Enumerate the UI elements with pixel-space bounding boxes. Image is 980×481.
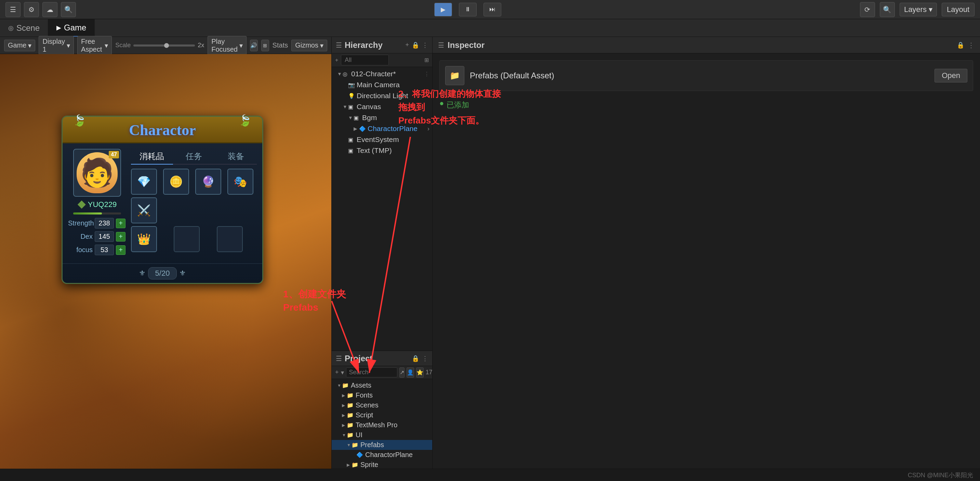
hierarchy-item-directional-light[interactable]: 💡 Directional Light xyxy=(332,90,432,101)
assets-label: Assets xyxy=(351,381,371,389)
game-view: Game ▾ Display 1 ▾ Free Aspect ▾ Scale 2… xyxy=(0,37,332,481)
menu-button[interactable]: ☰ xyxy=(5,2,21,17)
hierarchy-item-charactor-plane[interactable]: ▶ 🔷 CharactorPlane › xyxy=(332,123,432,134)
mute-button[interactable]: 🔊 xyxy=(250,40,258,51)
folder-sprite[interactable]: ▶ 📁 Sprite xyxy=(332,460,432,470)
folder-charactorplane[interactable]: 🔷 CharactorPlane xyxy=(332,450,432,460)
inspector-lock-icon[interactable]: 🔒 xyxy=(957,41,964,49)
hierarchy-plus-icon[interactable]: + xyxy=(405,41,409,49)
textmesh-expand-icon: ▶ xyxy=(342,423,347,428)
game-dropdown[interactable]: Game ▾ xyxy=(4,40,35,51)
item-slot-7[interactable] xyxy=(174,226,200,252)
aspect-dropdown[interactable]: Free Aspect ▾ xyxy=(77,36,112,55)
dex-label: Dex xyxy=(68,233,93,240)
charactor-plane-label: CharactorPlane xyxy=(368,124,417,133)
project-content: ▼ 📁 Assets ▶ 📁 Fonts ▶ 📁 Scenes xyxy=(332,379,432,481)
item-slot-6[interactable]: 👑 xyxy=(131,226,157,252)
hierarchy-search-input[interactable] xyxy=(341,55,389,65)
root-item-more-icon[interactable]: ⋮ xyxy=(424,71,430,77)
folder-script[interactable]: ▶ 📁 Script xyxy=(332,410,432,420)
item-slot-1[interactable]: 💎 xyxy=(131,169,157,195)
item-slot-3[interactable]: 🔮 xyxy=(195,169,221,195)
folder-fonts[interactable]: ▶ 📁 Fonts xyxy=(332,390,432,400)
folder-ui[interactable]: ▼ 📁 UI xyxy=(332,430,432,440)
game-tab-label: Game xyxy=(64,23,86,32)
folder-assets[interactable]: ▼ 📁 Assets xyxy=(332,381,432,390)
character-panel-footer: ⚜ 5/20 ⚜ xyxy=(62,263,262,283)
project-search-input[interactable] xyxy=(346,368,397,377)
hierarchy-item-text-tmp[interactable]: ▣ Text (TMP) xyxy=(332,145,432,156)
gizmos-dropdown[interactable]: Gizmos ▾ xyxy=(291,40,327,51)
open-button[interactable]: Open xyxy=(934,69,967,83)
scale-track[interactable] xyxy=(134,45,195,46)
inspector-more-icon[interactable]: ⋮ xyxy=(968,41,975,49)
item-tab-row: 消耗品 任务 装备 xyxy=(131,149,257,164)
item-slot-2[interactable]: 🪙 xyxy=(163,169,189,195)
top-bar-left: ☰ ⚙ ☁ 🔍 xyxy=(5,2,76,17)
project-dropdown-icon[interactable]: ▾ xyxy=(341,369,344,376)
added-dot-icon: ● xyxy=(439,99,444,108)
layers-chevron-icon: ▾ xyxy=(929,5,932,14)
stats-button[interactable]: Stats xyxy=(272,41,288,49)
tab-game[interactable]: ▶ Game xyxy=(48,19,95,37)
hierarchy-lock-icon[interactable]: 🔒 xyxy=(412,41,419,49)
hierarchy-item-canvas[interactable]: ▼ ▣ Canvas xyxy=(332,101,432,112)
root-expand-icon: ▼ xyxy=(337,71,343,76)
gizmos-chevron-icon: ▾ xyxy=(320,41,323,49)
focus-plus-button[interactable]: + xyxy=(116,245,126,255)
dex-row: Dex 145 + xyxy=(68,231,126,242)
search-button[interactable]: 🔍 xyxy=(61,2,76,17)
item-slot-8[interactable] xyxy=(217,226,243,252)
resolution-button[interactable]: ⊞ xyxy=(261,40,269,51)
project-tool-3-icon[interactable]: ⭐ xyxy=(416,368,424,378)
text-tmp-icon: ▣ xyxy=(348,147,355,154)
layers-dropdown[interactable]: Layers ▾ xyxy=(900,3,937,16)
hierarchy-item-main-camera[interactable]: 📷 Main Camera xyxy=(332,80,432,90)
item-icon-6: 👑 xyxy=(137,233,151,245)
project-tool-1-icon[interactable]: ↗ xyxy=(399,368,404,378)
folder-prefabs[interactable]: ▼ 📁 Prefabs xyxy=(332,440,432,450)
history-button[interactable]: ⟳ xyxy=(860,2,875,17)
cloud-button[interactable]: ☁ xyxy=(42,2,57,17)
bgm-label: Bgm xyxy=(362,113,377,122)
hierarchy-title: Hierarchy xyxy=(345,40,383,50)
item-slot-4[interactable]: 🎭 xyxy=(228,169,253,195)
script-label: Script xyxy=(356,411,373,419)
project-plus-icon[interactable]: + xyxy=(335,369,339,376)
dex-plus-button[interactable]: + xyxy=(116,232,126,242)
tab-consumable[interactable]: 消耗品 xyxy=(131,149,173,164)
play-button[interactable]: ▶ xyxy=(434,3,452,16)
project-lock-icon[interactable]: 🔒 xyxy=(412,355,419,362)
scale-bar: Scale 2x xyxy=(115,42,204,49)
next-button[interactable]: ⏭ xyxy=(484,3,501,16)
tab-equipment[interactable]: 装备 xyxy=(215,149,257,164)
settings-button[interactable]: ⚙ xyxy=(24,2,39,17)
prefab-name: Prefabs (Default Asset) xyxy=(470,71,554,80)
play-focused-dropdown[interactable]: Play Focused ▾ xyxy=(208,36,247,55)
leaf-right-decoration: 🍃 xyxy=(238,114,252,127)
project-tool-2-icon[interactable]: 👤 xyxy=(407,368,414,378)
pause-button[interactable]: ⏸ xyxy=(459,3,477,16)
main-camera-label: Main Camera xyxy=(356,81,400,89)
hierarchy-item-bgm[interactable]: ▼ ▣ Bgm xyxy=(332,112,432,123)
decoration-left-icon: ⚜ xyxy=(139,269,146,277)
item-icon-5: ⚔️ xyxy=(137,204,151,217)
hierarchy-more-icon[interactable]: ⋮ xyxy=(422,41,428,49)
layout-button[interactable]: Layout xyxy=(942,3,975,16)
search-top-button[interactable]: 🔍 xyxy=(880,2,895,17)
item-slot-5[interactable]: ⚔️ xyxy=(131,197,157,223)
project-more-icon[interactable]: ⋮ xyxy=(422,355,428,362)
text-tmp-label: Text (TMP) xyxy=(356,147,392,154)
hierarchy-filter-icon[interactable]: ⊞ xyxy=(424,57,429,63)
display-dropdown[interactable]: Display 1 ▾ xyxy=(39,36,74,55)
hierarchy-item-eventsystem[interactable]: ▣ EventSystem xyxy=(332,134,432,145)
tab-scene[interactable]: ◎ Scene xyxy=(0,19,48,37)
tab-quest[interactable]: 任务 xyxy=(173,149,215,164)
folder-scenes[interactable]: ▶ 📁 Scenes xyxy=(332,400,432,410)
hierarchy-root-item[interactable]: ▼ ◎ 012-Chracter* ⋮ xyxy=(332,68,432,80)
scale-thumb[interactable] xyxy=(164,43,169,48)
folder-textmesh[interactable]: ▶ 📁 TextMesh Pro xyxy=(332,420,432,430)
strength-plus-button[interactable]: + xyxy=(116,218,126,228)
hierarchy-search-row: + ⊞ xyxy=(332,53,432,67)
bgm-expand-icon: ▼ xyxy=(348,115,353,120)
